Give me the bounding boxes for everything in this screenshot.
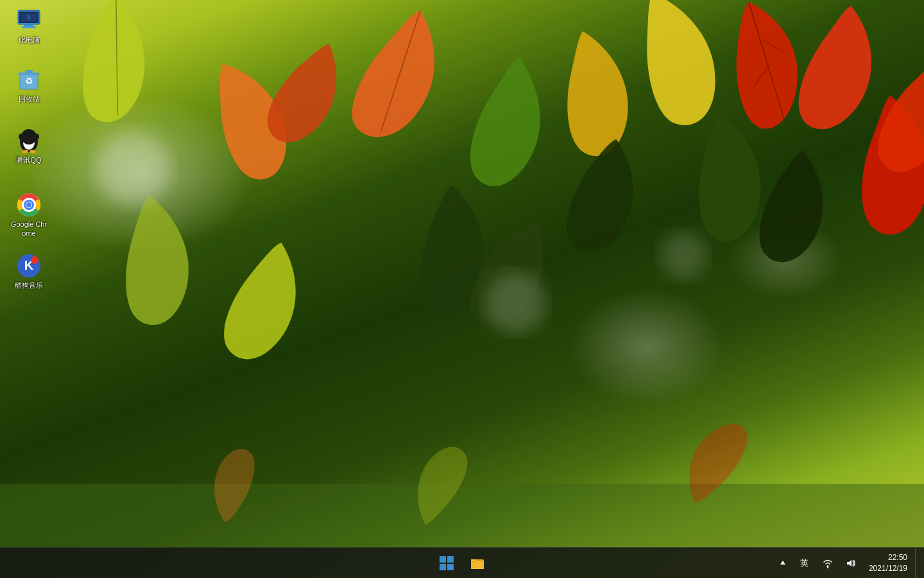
language-indicator[interactable]: 英: [794, 553, 815, 574]
svg-rect-12: [22, 26, 36, 28]
desktop-icon-chrome[interactable]: Google Chrome: [6, 189, 51, 241]
wallpaper-leaves: [0, 0, 924, 578]
network-icon-button[interactable]: [817, 553, 838, 574]
show-hidden-icons-button[interactable]: [774, 553, 792, 574]
svg-point-29: [34, 134, 39, 140]
network-icon: [823, 558, 833, 568]
kugou-icon: K: [16, 253, 42, 279]
monitor-icon: ⊞: [16, 8, 42, 33]
svg-point-7: [486, 272, 546, 333]
desktop: ⊞ 此电脑 ♻ 回收站: [0, 0, 924, 578]
speaker-icon-button[interactable]: [841, 553, 861, 574]
taskbar-right: 英 22:50: [774, 548, 924, 578]
kugou-label: 酷狗音乐: [15, 281, 43, 290]
svg-point-28: [19, 134, 24, 140]
svg-rect-41: [447, 556, 454, 563]
svg-rect-42: [440, 564, 446, 570]
recycle-bin-icon: ♻: [16, 67, 42, 92]
windows-logo-icon: [439, 556, 454, 571]
qq-icon: [16, 128, 42, 153]
speaker-icon: [846, 558, 856, 568]
desktop-icon-recycle-bin[interactable]: ♻ 回收站: [6, 64, 51, 106]
svg-rect-43: [447, 564, 454, 570]
svg-rect-11: [24, 24, 33, 26]
time-display: 22:50: [888, 552, 907, 563]
file-explorer-icon: [470, 556, 484, 570]
desktop-icon-kugou[interactable]: K 酷狗音乐: [6, 250, 51, 292]
show-desktop-button[interactable]: [915, 548, 919, 578]
svg-rect-17: [25, 70, 33, 73]
svg-point-39: [31, 256, 38, 264]
this-pc-label: 此电脑: [19, 35, 40, 44]
svg-rect-40: [440, 556, 446, 563]
chrome-label: Google Chrome: [9, 220, 49, 238]
file-explorer-button[interactable]: [463, 549, 492, 577]
chrome-browser-icon: [16, 192, 42, 218]
language-text: 英: [800, 557, 809, 569]
taskbar-center: [432, 549, 492, 577]
start-button[interactable]: [432, 549, 461, 577]
taskbar: 英 22:50: [0, 547, 924, 578]
svg-point-45: [826, 565, 828, 567]
svg-text:♻: ♻: [25, 76, 33, 86]
chevron-up-icon: [780, 559, 786, 567]
date-display: 2021/12/19: [869, 563, 907, 574]
svg-point-8: [660, 232, 707, 279]
qq-label: 腾讯QQ: [16, 155, 41, 164]
svg-point-6: [96, 131, 170, 205]
svg-text:⊞: ⊞: [27, 15, 31, 19]
desktop-icon-this-pc[interactable]: ⊞ 此电脑: [6, 5, 51, 47]
desktop-icon-qq[interactable]: 腾讯QQ: [6, 125, 51, 167]
clock-display[interactable]: 22:50 2021/12/19: [864, 548, 912, 578]
svg-point-36: [26, 202, 31, 207]
recycle-bin-label: 回收站: [19, 94, 40, 103]
